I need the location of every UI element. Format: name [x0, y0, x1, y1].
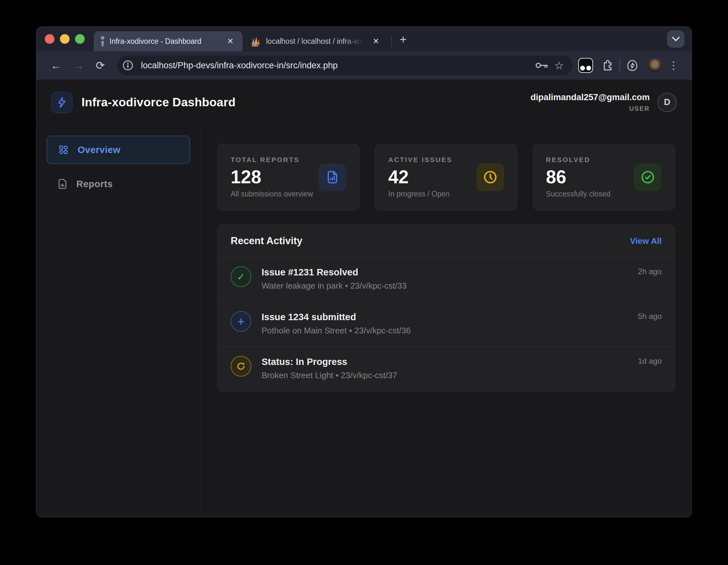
browser-toolbar: ← → ⟳ localhost/Php-devs/infra-xodivorce…: [36, 51, 692, 80]
chevron-down-icon: [672, 36, 680, 42]
stat-label: TOTAL REPORTS: [231, 156, 319, 164]
refresh-icon: [231, 356, 251, 377]
plus-icon: +: [231, 311, 251, 332]
tab-title: localhost / localhost / infra-xo: [266, 37, 365, 46]
view-all-link[interactable]: View All: [630, 236, 662, 246]
address-bar[interactable]: localhost/Php-devs/infra-xodivorce-in/sr…: [117, 55, 573, 75]
page-content: Infra-xodivorce Dashboard dipalimandal25…: [36, 80, 692, 517]
user-email: dipalimandal257@gmail.com: [531, 92, 650, 102]
tab-strip: Infra-xodivorce - Dashboard ✕ PMA localh…: [36, 27, 692, 51]
recent-activity-panel: Recent Activity View All ✓ Issue #1231 R…: [217, 225, 675, 392]
reload-button[interactable]: ⟳: [91, 60, 110, 71]
tab-search-chevron-button[interactable]: [667, 30, 685, 48]
close-window-button[interactable]: [45, 34, 54, 44]
activity-title: Status: In Progress: [262, 357, 397, 367]
svg-text:PMA: PMA: [252, 44, 259, 47]
activity-title: Issue 1234 submitted: [262, 312, 411, 322]
user-avatar[interactable]: D: [657, 93, 677, 112]
activity-timestamp: 1d ago: [638, 357, 662, 366]
close-tab-icon[interactable]: ✕: [225, 36, 236, 46]
site-info-button[interactable]: [120, 58, 135, 73]
check-circle-icon: [640, 170, 655, 185]
sidebar-item-overview[interactable]: Overview: [47, 136, 190, 164]
password-key-icon[interactable]: [535, 61, 549, 70]
back-button[interactable]: ←: [46, 60, 66, 71]
browser-profile-avatar[interactable]: [647, 58, 663, 73]
user-role-badge: USER: [629, 105, 650, 112]
stat-subtitle: Successfully closed: [546, 190, 634, 198]
activity-timestamp: 2h ago: [638, 267, 662, 276]
activity-title: Issue #1231 Resolved: [262, 267, 407, 278]
tab-phpmyadmin[interactable]: PMA localhost / localhost / infra-xo ✕: [243, 31, 388, 51]
tab-dashboard[interactable]: Infra-xodivorce - Dashboard ✕: [94, 31, 243, 51]
browser-window: Infra-xodivorce - Dashboard ✕ PMA localh…: [36, 26, 692, 517]
clock-icon: [483, 170, 498, 185]
stat-icon-chip: [319, 163, 346, 191]
sidebar-item-label: Reports: [76, 179, 113, 189]
toolbar-separator: [619, 59, 620, 72]
report-document-icon: [58, 179, 67, 189]
info-pin-icon: [100, 35, 105, 47]
traffic-lights: [45, 34, 85, 44]
info-icon: [122, 60, 134, 71]
stat-icon-chip: [476, 163, 504, 191]
check-icon: ✓: [231, 266, 251, 287]
document-chart-icon: [325, 170, 340, 184]
activity-subtitle: Pothole on Main Street • 23/v/kpc-cst/36: [262, 326, 411, 336]
stat-card-active-issues: ACTIVE ISSUES 42 In progress / Open: [375, 144, 517, 210]
stat-icon-chip: [634, 163, 662, 191]
stat-card-resolved: RESOLVED 86 Successfully closed: [533, 144, 675, 210]
activity-row[interactable]: + Issue 1234 submitted Pothole on Main S…: [218, 302, 675, 347]
stat-label: ACTIVE ISSUES: [388, 156, 476, 164]
tab-title: Infra-xodivorce - Dashboard: [110, 37, 220, 46]
activity-row[interactable]: ✓ Issue #1231 Resolved Water leakage in …: [218, 257, 675, 302]
bookmark-star-icon[interactable]: ☆: [554, 59, 564, 72]
energy-saver-leaf-icon[interactable]: [626, 59, 639, 72]
minimize-window-button[interactable]: [60, 34, 70, 44]
new-tab-button[interactable]: +: [397, 34, 409, 45]
activity-timestamp: 5h ago: [638, 312, 662, 321]
activity-subtitle: Broken Street Light • 23/v/kpc-cst/37: [262, 370, 397, 380]
main-content: TOTAL REPORTS 128 All submissions overvi…: [201, 125, 692, 517]
grid-icon: [58, 145, 69, 155]
sidebar-item-reports[interactable]: Reports: [47, 171, 190, 197]
app-logo: [51, 92, 72, 113]
zoom-window-button[interactable]: [75, 34, 85, 44]
adblocker-extension-icon[interactable]: [578, 58, 593, 73]
lightning-bolt-icon: [56, 97, 68, 108]
sidebar: Overview Reports: [36, 125, 201, 517]
close-tab-icon[interactable]: ✕: [370, 36, 382, 46]
stat-value: 42: [388, 166, 476, 187]
stat-subtitle: All submissions overview: [231, 190, 319, 198]
extensions-puzzle-icon[interactable]: [601, 59, 614, 72]
page-title: Infra-xodivorce Dashboard: [81, 96, 235, 109]
stat-value: 86: [546, 166, 634, 187]
app-header: Infra-xodivorce Dashboard dipalimandal25…: [36, 80, 692, 125]
stat-subtitle: In progress / Open: [388, 190, 476, 198]
forward-button[interactable]: →: [69, 60, 89, 71]
stat-label: RESOLVED: [546, 156, 634, 164]
activity-subtitle: Water leakage in park • 23/v/kpc-cst/33: [262, 281, 407, 291]
url-text[interactable]: localhost/Php-devs/infra-xodivorce-in/sr…: [141, 61, 529, 71]
stat-card-total-reports: TOTAL REPORTS 128 All submissions overvi…: [217, 144, 359, 210]
tab-separator: [391, 36, 392, 47]
panel-title: Recent Activity: [231, 235, 302, 247]
sidebar-item-label: Overview: [78, 145, 120, 155]
stat-value: 128: [231, 166, 319, 187]
phpmyadmin-icon: PMA: [249, 35, 261, 47]
activity-row[interactable]: Status: In Progress Broken Street Light …: [218, 347, 675, 391]
browser-menu-button[interactable]: ⋮: [665, 59, 682, 72]
stat-cards: TOTAL REPORTS 128 All submissions overvi…: [217, 144, 675, 210]
